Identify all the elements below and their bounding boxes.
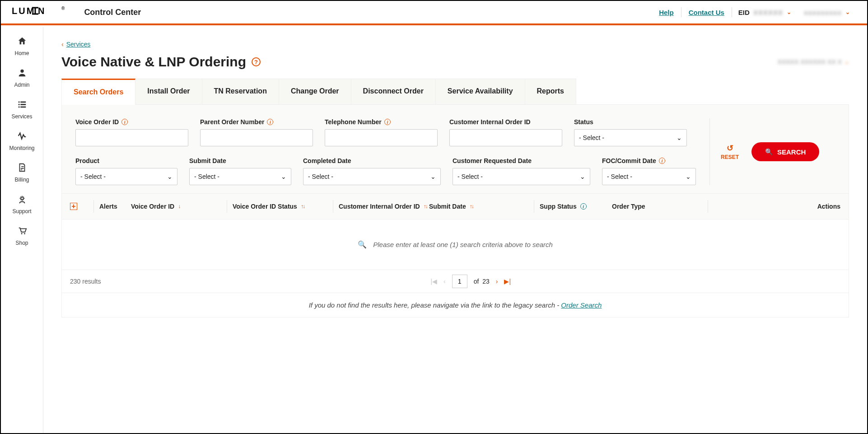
- sidebar-item-home[interactable]: Home: [1, 36, 43, 57]
- tab-search-orders[interactable]: Search Orders: [61, 79, 135, 105]
- col-submit-date[interactable]: Submit Date↑↓: [429, 203, 528, 210]
- col-order-type[interactable]: Order Type: [612, 203, 702, 210]
- col-voice-order-status[interactable]: Voice Order ID Status↑↓: [233, 203, 327, 210]
- submit-date-label: Submit Date: [189, 157, 291, 164]
- search-button[interactable]: 🔍 SEARCH: [751, 142, 819, 161]
- table-empty-state: 🔍 Please enter at least one (1) search c…: [61, 219, 849, 270]
- table-header: + Alerts Voice Order ID↓ Voice Order ID …: [61, 194, 849, 219]
- chevron-down-icon: ⌄: [167, 173, 173, 180]
- customer-requested-date-label: Customer Requested Date: [453, 157, 590, 164]
- help-link[interactable]: Help: [652, 9, 681, 16]
- tab-tn-reservation[interactable]: TN Reservation: [202, 79, 279, 104]
- pagination: 230 results |◀ ‹ of 23 › ▶|: [61, 270, 849, 293]
- svg-text:N: N: [38, 6, 46, 16]
- page-input[interactable]: [452, 275, 467, 288]
- reset-icon: ↺: [721, 143, 739, 153]
- info-icon[interactable]: i: [580, 203, 587, 210]
- sidebar-item-label: Admin: [14, 82, 29, 88]
- status-select[interactable]: - Select -⌄: [574, 129, 687, 146]
- top-header: LUM N ® Control Center Help Contact Us E…: [1, 1, 867, 25]
- customer-internal-id-input[interactable]: [449, 129, 562, 146]
- sidebar-item-services[interactable]: Services: [1, 99, 43, 120]
- home-icon: [1, 36, 43, 47]
- results-count: 230 results: [70, 278, 101, 285]
- expand-all-icon[interactable]: +: [70, 203, 77, 210]
- submit-date-select[interactable]: - Select -⌄: [189, 168, 291, 185]
- svg-point-5: [20, 70, 23, 73]
- telephone-input[interactable]: [325, 129, 438, 146]
- info-icon[interactable]: i: [659, 158, 665, 164]
- parent-order-input[interactable]: [200, 129, 313, 146]
- sidebar-item-label: Monitoring: [9, 145, 34, 151]
- svg-rect-8: [18, 104, 19, 105]
- svg-point-15: [24, 233, 25, 234]
- page-title: Voice Native & LNP Ordering ?: [61, 54, 261, 70]
- chevron-down-icon: ⌄: [686, 173, 691, 180]
- chevron-down-icon: ⌄: [845, 59, 849, 65]
- search-icon: 🔍: [765, 148, 773, 155]
- list-icon: [1, 99, 43, 110]
- svg-point-14: [21, 233, 22, 234]
- chevron-down-icon: ⌄: [281, 173, 286, 180]
- eid-dropdown[interactable]: EID XXXXXX ⌄: [732, 9, 798, 16]
- eid-value: XXXXXX: [753, 9, 783, 16]
- tab-service-availability[interactable]: Service Availability: [436, 79, 525, 104]
- reset-button[interactable]: ↺ RESET: [721, 143, 739, 160]
- tab-reports[interactable]: Reports: [525, 79, 576, 104]
- user-dropdown[interactable]: xxxxxxxxx ⌄: [798, 9, 856, 16]
- sidebar-item-label: Services: [11, 113, 32, 120]
- search-icon: 🔍: [358, 241, 367, 248]
- svg-text:LUM: LUM: [12, 6, 35, 16]
- breadcrumb-services-link[interactable]: Services: [66, 41, 91, 48]
- product-select[interactable]: - Select -⌄: [75, 168, 177, 185]
- legacy-search-note: If you do not find the results here, ple…: [61, 293, 849, 317]
- page-prev-button[interactable]: ‹: [443, 278, 446, 285]
- svg-point-13: [21, 197, 23, 200]
- info-icon[interactable]: i: [384, 119, 391, 125]
- gear-user-icon: [1, 194, 43, 205]
- product-label: Product: [75, 157, 177, 164]
- voice-order-id-input[interactable]: [75, 129, 188, 146]
- parent-order-label: Parent Order Numberi: [200, 118, 313, 126]
- breadcrumb: ‹ Services: [61, 41, 849, 48]
- page-last-button[interactable]: ▶|: [504, 278, 511, 285]
- col-supp-status[interactable]: Supp Statusi: [540, 203, 612, 210]
- telephone-label: Telephone Numberi: [325, 118, 438, 126]
- legacy-search-link[interactable]: Order Search: [561, 301, 602, 309]
- chevron-left-icon: ‹: [61, 41, 64, 48]
- page-next-button[interactable]: ›: [496, 278, 498, 285]
- info-icon[interactable]: i: [121, 119, 128, 125]
- tab-disconnect-order[interactable]: Disconnect Order: [351, 79, 436, 104]
- tab-install-order[interactable]: Install Order: [135, 79, 202, 104]
- sidebar-item-support[interactable]: Support: [1, 194, 43, 215]
- help-icon[interactable]: ?: [252, 57, 261, 66]
- svg-rect-7: [20, 102, 26, 103]
- foc-commit-date-select[interactable]: - Select -⌄: [602, 168, 696, 185]
- account-dropdown[interactable]: XXXXX XXXXXX XX X ⌄: [778, 58, 849, 65]
- customer-requested-date-select[interactable]: - Select -⌄: [453, 168, 590, 185]
- completed-date-select[interactable]: - Select -⌄: [303, 168, 441, 185]
- svg-rect-10: [18, 107, 19, 108]
- contact-link[interactable]: Contact Us: [681, 9, 732, 16]
- svg-rect-6: [18, 102, 19, 103]
- col-voice-order-id[interactable]: Voice Order ID↓: [131, 203, 221, 210]
- status-label: Status: [574, 118, 687, 126]
- col-alerts[interactable]: Alerts: [99, 203, 131, 210]
- chevron-down-icon: ⌄: [677, 134, 682, 141]
- col-actions: Actions: [817, 203, 840, 210]
- info-icon[interactable]: i: [267, 119, 273, 125]
- col-customer-internal-id[interactable]: Customer Internal Order ID↑↓: [339, 203, 429, 210]
- user-icon: [1, 68, 43, 79]
- voice-order-id-label: Voice Order IDi: [75, 118, 188, 126]
- lumen-logo-icon: LUM N: [12, 6, 61, 16]
- sidebar-item-shop[interactable]: Shop: [1, 226, 43, 247]
- foc-commit-date-label: FOC/Commit Datei: [602, 157, 696, 164]
- sidebar-item-monitoring[interactable]: Monitoring: [1, 131, 43, 152]
- customer-internal-id-label: Customer Internal Order ID: [449, 118, 562, 126]
- page-first-button[interactable]: |◀: [430, 278, 437, 285]
- tab-change-order[interactable]: Change Order: [279, 79, 351, 104]
- svg-text:$: $: [20, 167, 22, 171]
- sidebar-item-admin[interactable]: Admin: [1, 68, 43, 89]
- eid-label: EID: [738, 9, 750, 16]
- sidebar-item-billing[interactable]: $ Billing: [1, 163, 43, 183]
